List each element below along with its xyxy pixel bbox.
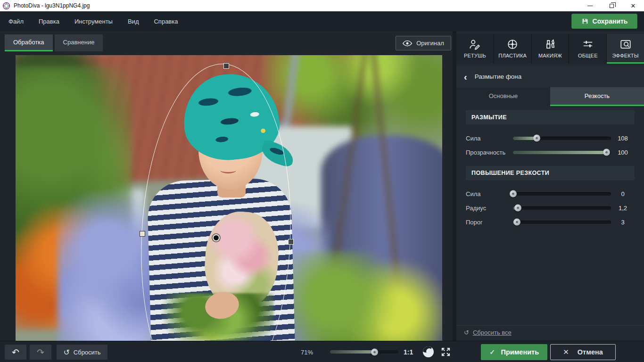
selection-center-point[interactable] xyxy=(213,234,220,241)
minimize-button[interactable] xyxy=(579,0,601,11)
slider-row-blur-strength: Сила 108 xyxy=(466,131,635,145)
panel-header: ‹ Размытие фона xyxy=(456,66,644,87)
cancel-button[interactable]: ✕ Отмена xyxy=(550,344,616,360)
menu-tools[interactable]: Инструменты xyxy=(68,15,119,28)
slider-label: Радиус xyxy=(466,205,513,212)
panel-divider xyxy=(456,325,644,326)
effects-icon xyxy=(619,38,632,50)
slider-row-sharpen-radius: Радиус 1,2 xyxy=(466,201,635,215)
back-chevron-icon[interactable]: ‹ xyxy=(464,72,467,82)
check-icon: ✓ xyxy=(489,348,495,356)
selection-handle-top[interactable] xyxy=(223,63,229,69)
slider-value: 1,2 xyxy=(611,205,635,212)
tab-processing[interactable]: Обработка xyxy=(5,34,53,51)
window-title: PhotoDiva - lgu3N1ppNG4.jpg xyxy=(14,2,90,9)
subtab-sharpness[interactable]: Резкость xyxy=(550,87,644,106)
original-button-label: Оригинал xyxy=(416,40,444,47)
section-header-sharpen: ПОВЫШЕНИЕ РЕЗКОСТИ xyxy=(466,166,635,180)
menu-file[interactable]: Файл xyxy=(2,15,30,28)
section-header-blur: РАЗМЫТИЕ xyxy=(466,110,635,124)
photo-canvas[interactable] xyxy=(16,55,442,341)
fit-to-face-icon[interactable] xyxy=(423,346,434,357)
canvas-area: Обработка Сравнение Оригинал xyxy=(0,31,453,341)
blur-opacity-slider[interactable] xyxy=(513,151,611,154)
original-button[interactable]: Оригинал xyxy=(396,36,451,50)
app-logo-icon xyxy=(3,2,10,9)
slider-value: 0 xyxy=(611,190,635,197)
slider-label: Порог xyxy=(466,219,513,226)
slider-value: 100 xyxy=(611,149,635,156)
save-icon xyxy=(581,17,589,25)
slider-value: 3 xyxy=(611,219,635,226)
slider-row-sharpen-strength: Сила 0 xyxy=(466,187,635,201)
fullscreen-icon[interactable] xyxy=(440,346,451,357)
adjustments-icon xyxy=(582,38,594,50)
eye-icon xyxy=(403,40,412,47)
retouch-icon xyxy=(469,38,481,50)
right-panel: РЕТУШЬ ПЛАСТИКА МАКИЯЖ xyxy=(456,31,644,341)
save-button-label: Сохранить xyxy=(593,17,628,25)
reset-button-label: Сбросить xyxy=(74,349,101,356)
plastic-icon xyxy=(506,38,519,50)
view-tabs: Обработка Сравнение xyxy=(5,34,103,51)
sharpen-threshold-slider[interactable] xyxy=(513,221,611,224)
selection-handle-left[interactable] xyxy=(140,231,145,237)
tool-tab-label: МАКИЯЖ xyxy=(538,53,562,58)
footer-toolbar: ↶ ↷ ↺ Сбросить 71% 1:1 ✓ Применить ✕ Отм… xyxy=(0,341,644,362)
tool-tab-label: РЕТУШЬ xyxy=(464,53,486,58)
close-icon: ✕ xyxy=(563,348,569,356)
blur-strength-slider[interactable] xyxy=(513,137,611,140)
menu-bar: Файл Правка Инструменты Вид Справка Сохр… xyxy=(0,11,644,31)
menu-view[interactable]: Вид xyxy=(121,15,146,28)
tool-tab-plastic[interactable]: ПЛАСТИКА xyxy=(494,34,531,64)
tool-tab-label: ЭФФЕКТЫ xyxy=(612,53,638,58)
slider-value: 108 xyxy=(611,135,635,142)
undo-button[interactable]: ↶ xyxy=(5,345,26,360)
tool-tab-effects[interactable]: ЭФФЕКТЫ xyxy=(607,34,644,64)
slider-knob[interactable] xyxy=(603,149,610,156)
panel-sections: РАЗМЫТИЕ Сила 108 Прозрачность 100 xyxy=(456,106,644,236)
tool-tab-retouch[interactable]: РЕТУШЬ xyxy=(456,34,494,64)
tool-tab-label: ОБЩЕЕ xyxy=(578,53,598,58)
slider-knob[interactable] xyxy=(514,205,521,212)
title-bar: PhotoDiva - lgu3N1ppNG4.jpg ✕ xyxy=(0,0,644,11)
one-to-one-button[interactable]: 1:1 xyxy=(404,348,413,356)
slider-knob[interactable] xyxy=(510,190,517,197)
close-button[interactable]: ✕ xyxy=(622,0,644,11)
apply-button[interactable]: ✓ Применить xyxy=(481,344,547,360)
restore-button[interactable] xyxy=(601,0,622,11)
zoom-slider[interactable] xyxy=(330,350,398,354)
slider-row-sharpen-threshold: Порог 3 xyxy=(466,215,635,229)
cancel-button-label: Отмена xyxy=(578,348,603,356)
save-button[interactable]: Сохранить xyxy=(571,14,637,29)
redo-button[interactable]: ↷ xyxy=(30,345,51,360)
zoom-slider-knob[interactable] xyxy=(371,348,378,355)
slider-label: Сила xyxy=(466,135,513,142)
tool-tab-general[interactable]: ОБЩЕЕ xyxy=(569,34,606,64)
reset-button[interactable]: ↺ Сбросить xyxy=(57,345,107,360)
tool-tab-label: ПЛАСТИКА xyxy=(498,53,527,58)
tool-tab-makeup[interactable]: МАКИЯЖ xyxy=(532,34,569,64)
reset-all-label: Сбросить все xyxy=(473,329,512,336)
minimize-icon xyxy=(587,6,593,6)
apply-button-label: Применить xyxy=(501,348,539,356)
sharpen-radius-slider[interactable] xyxy=(513,206,611,210)
sharpen-strength-slider[interactable] xyxy=(513,192,611,196)
tab-comparison[interactable]: Сравнение xyxy=(55,34,103,51)
slider-row-blur-opacity: Прозрачность 100 xyxy=(466,145,635,159)
reset-icon: ↺ xyxy=(464,329,469,336)
reset-all-link[interactable]: ↺ Сбросить все xyxy=(464,329,512,336)
zoom-level-value: 71% xyxy=(290,349,313,356)
slider-label: Прозрачность xyxy=(466,149,513,156)
makeup-icon xyxy=(544,38,556,50)
restore-icon xyxy=(610,4,614,8)
menu-edit[interactable]: Правка xyxy=(32,15,66,28)
selection-handle-right[interactable] xyxy=(288,239,294,245)
slider-knob[interactable] xyxy=(533,135,540,142)
slider-knob[interactable] xyxy=(513,219,520,226)
slider-label: Сила xyxy=(466,190,513,197)
subtab-basic[interactable]: Основные xyxy=(456,87,550,106)
panel-title: Размытие фона xyxy=(475,73,522,80)
menu-help[interactable]: Справка xyxy=(147,15,184,28)
workspace: Обработка Сравнение Оригинал xyxy=(0,31,644,341)
